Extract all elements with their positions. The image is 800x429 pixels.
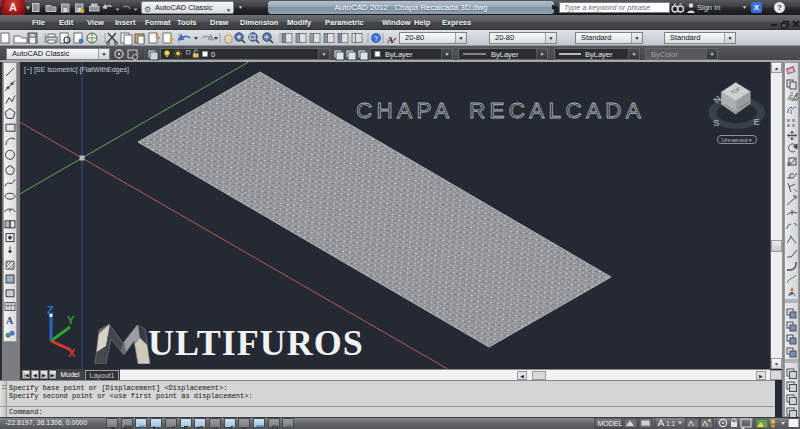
- svg-text:CHAPA RECALCADA: CHAPA RECALCADA: [356, 98, 645, 123]
- svg-text:?: ?: [374, 35, 378, 42]
- svg-text:1:1: 1:1: [666, 420, 675, 427]
- svg-text:Y: Y: [67, 314, 75, 326]
- svg-text:A: A: [6, 315, 14, 326]
- svg-text:X: X: [68, 347, 76, 359]
- svg-text:E: E: [754, 116, 760, 127]
- svg-text:MODEL: MODEL: [598, 420, 623, 427]
- svg-text:S: S: [713, 117, 719, 128]
